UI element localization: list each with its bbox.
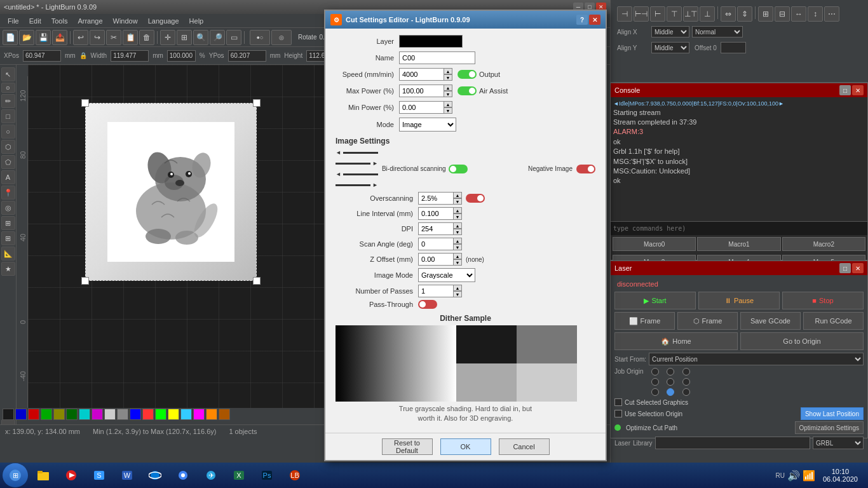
macro1-btn[interactable]: Macro1: [697, 237, 780, 251]
ungroup-btn[interactable]: ⊟: [775, 6, 790, 22]
taskbar-telegram[interactable]: ✈: [198, 464, 224, 487]
open-btn[interactable]: 📂: [19, 30, 34, 45]
sound-icon[interactable]: 🔊: [787, 470, 800, 482]
menu-help[interactable]: Help: [184, 16, 209, 26]
flip-v-btn[interactable]: ↕: [808, 6, 823, 22]
origin-ml[interactable]: [651, 378, 659, 386]
num-passes-input[interactable]: [418, 285, 453, 297]
menu-language[interactable]: Language: [143, 16, 184, 26]
color-magenta[interactable]: [92, 409, 103, 420]
reset-default-btn[interactable]: Reset to Default: [382, 438, 433, 455]
origin-br[interactable]: [682, 388, 690, 396]
taskbar-excel[interactable]: X: [226, 464, 252, 487]
stop-btn[interactable]: ■ Stop: [782, 292, 864, 309]
start-btn[interactable]: ▶ Start: [614, 292, 696, 309]
align-left-btn[interactable]: ⊣: [617, 6, 632, 22]
xpos-input[interactable]: [23, 50, 61, 62]
pause-btn[interactable]: ⏸ Pause: [698, 292, 780, 309]
zoom-fit-btn[interactable]: ⊞: [177, 30, 192, 45]
ring-tool[interactable]: ◎: [1, 201, 15, 215]
console-expand-btn[interactable]: □: [839, 85, 851, 95]
overscanning-toggle[interactable]: [466, 194, 485, 203]
align-right-btn[interactable]: ⊢: [650, 6, 665, 22]
dialog-help-btn[interactable]: ?: [576, 15, 588, 25]
taskbar-app1[interactable]: S: [86, 464, 112, 487]
z-offset-down[interactable]: ▼: [453, 259, 462, 266]
paste-btn[interactable]: 📋: [123, 30, 138, 45]
num-passes-down[interactable]: ▼: [453, 291, 462, 297]
pass-through-toggle[interactable]: [418, 300, 437, 309]
color-yellow[interactable]: [168, 409, 179, 420]
grbl-select[interactable]: GRBL: [813, 437, 864, 449]
color-gray[interactable]: [117, 409, 128, 420]
flip-h-btn[interactable]: ↔: [791, 6, 806, 22]
ok-btn[interactable]: OK: [440, 438, 491, 455]
taskbar-lightburn[interactable]: LB: [282, 464, 308, 487]
color-brown[interactable]: [219, 409, 230, 420]
dpi-up[interactable]: ▲: [453, 222, 462, 229]
maxpower-input[interactable]: [399, 85, 444, 97]
bw-btn[interactable]: ●○: [250, 30, 270, 45]
console-input[interactable]: [611, 221, 867, 235]
text-tool[interactable]: A: [1, 170, 15, 184]
z-offset-input[interactable]: [418, 253, 453, 266]
layer-color-swatch[interactable]: [399, 35, 463, 48]
dist-v-btn[interactable]: ⇕: [737, 6, 752, 22]
group-btn[interactable]: ⊞: [758, 6, 773, 22]
color-dark-green[interactable]: [66, 409, 78, 420]
color-dark-blue[interactable]: [15, 409, 27, 420]
new-btn[interactable]: 📄: [3, 30, 18, 45]
pin-tool[interactable]: 📍: [1, 186, 15, 200]
name-input[interactable]: [399, 51, 475, 64]
origin-bl[interactable]: [651, 388, 659, 396]
menu-window[interactable]: Window: [108, 16, 143, 26]
zoom-in-btn[interactable]: 🔍: [193, 30, 208, 45]
taskbar-media[interactable]: [58, 464, 84, 487]
start-menu-btn[interactable]: ⊞: [3, 463, 28, 487]
color-light-gray[interactable]: [104, 409, 116, 420]
show-last-position-btn[interactable]: Show Last Position: [801, 407, 864, 420]
draw-line-tool[interactable]: ✏: [1, 94, 15, 108]
color-red[interactable]: [28, 409, 39, 420]
more-btn[interactable]: ⋯: [824, 6, 839, 22]
star-tool[interactable]: ★: [1, 262, 15, 276]
color-btn[interactable]: ◎: [271, 30, 292, 45]
lock-icon[interactable]: 🔒: [79, 52, 87, 59]
output-toggle[interactable]: [458, 70, 477, 79]
frame1-btn[interactable]: ⬜ Frame: [614, 312, 675, 330]
speed-up-btn[interactable]: ▲: [444, 68, 452, 74]
ypos-input[interactable]: [228, 50, 266, 62]
origin-tr[interactable]: [682, 368, 690, 376]
overscanning-down[interactable]: ▼: [453, 198, 462, 205]
speed-down-btn[interactable]: ▼: [444, 74, 452, 81]
console-close-btn[interactable]: ✕: [852, 85, 864, 95]
frame-select-btn[interactable]: ▭: [226, 30, 241, 45]
home-btn[interactable]: 🏠 Home: [614, 332, 738, 350]
weld-tool[interactable]: ⊞: [1, 231, 15, 245]
cancel-btn[interactable]: Cancel: [499, 438, 550, 455]
poly2-tool[interactable]: ⬠: [1, 155, 15, 169]
export-btn[interactable]: 📤: [52, 30, 67, 45]
line-interval-input[interactable]: [418, 207, 453, 220]
color-green[interactable]: [41, 409, 52, 420]
overscanning-input[interactable]: [418, 192, 453, 205]
color-black[interactable]: [3, 409, 14, 420]
line-interval-down[interactable]: ▼: [453, 214, 462, 220]
array-tool[interactable]: ⊞: [1, 216, 15, 230]
normal-select[interactable]: Normal: [692, 26, 743, 37]
color-olive[interactable]: [53, 409, 65, 420]
bidir-toggle[interactable]: [449, 165, 468, 173]
maxpower-down-btn[interactable]: ▼: [444, 91, 452, 97]
taskbar-ps[interactable]: Ps: [254, 464, 280, 487]
move-btn[interactable]: ✛: [160, 30, 175, 45]
dist-h-btn[interactable]: ⇔: [721, 6, 736, 22]
laser-close-btn[interactable]: ✕: [852, 263, 864, 273]
run-gcode-btn[interactable]: Run GCode: [803, 312, 864, 330]
macro0-btn[interactable]: Macro0: [613, 237, 696, 251]
line-interval-up[interactable]: ▲: [453, 207, 462, 214]
node-edit-tool[interactable]: ⊙: [1, 83, 15, 93]
color-lime[interactable]: [155, 409, 166, 420]
z-offset-up[interactable]: ▲: [453, 253, 462, 259]
overscanning-up[interactable]: ▲: [453, 192, 462, 198]
go-origin-btn[interactable]: Go to Origin: [740, 332, 864, 350]
